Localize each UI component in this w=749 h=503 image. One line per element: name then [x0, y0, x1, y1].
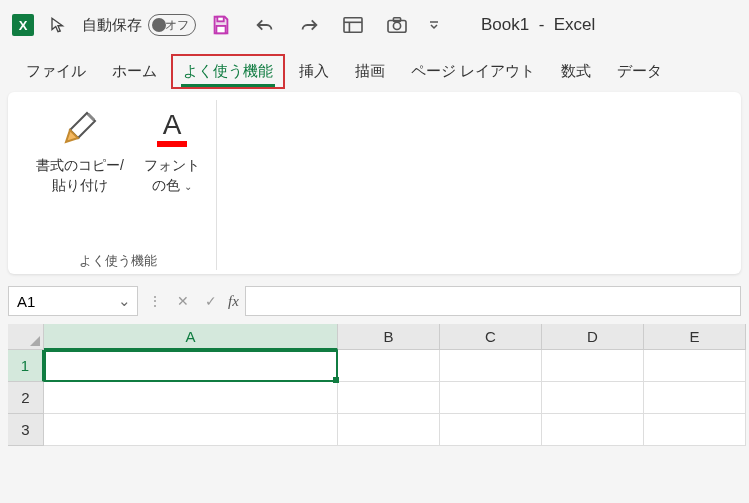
select-all-corner[interactable] [8, 324, 44, 350]
tab-page-layout[interactable]: ページ レイアウト [399, 54, 547, 89]
cell-d3[interactable] [542, 414, 644, 446]
cell-d1[interactable] [542, 350, 644, 382]
cell-a1[interactable] [44, 350, 338, 382]
tab-file[interactable]: ファイル [14, 54, 98, 89]
tab-frequent[interactable]: よく使う機能 [171, 54, 285, 89]
tab-draw[interactable]: 描画 [343, 54, 397, 89]
autosave-toggle[interactable]: 自動保存 オフ [82, 14, 196, 36]
col-header-d[interactable]: D [542, 324, 644, 350]
font-color-icon: A [148, 104, 196, 152]
window-title: Book1 - Excel [481, 15, 595, 35]
font-color-button[interactable]: A フォントの色⌄ [136, 100, 208, 199]
cell-d2[interactable] [542, 382, 644, 414]
chevron-down-icon: ⌄ [184, 181, 192, 192]
ribbon-tabs: ファイル ホーム よく使う機能 挿入 描画 ページ レイアウト 数式 データ [0, 50, 749, 92]
col-header-c[interactable]: C [440, 324, 542, 350]
cell-e1[interactable] [644, 350, 746, 382]
row-header-1[interactable]: 1 [8, 350, 44, 382]
cell-b1[interactable] [338, 350, 440, 382]
svg-rect-2 [344, 18, 362, 32]
ribbon: 書式のコピー/貼り付け A フォントの色⌄ よく使う機能 [8, 92, 741, 274]
tab-home[interactable]: ホーム [100, 54, 169, 89]
format-painter-label: 書式のコピー/貼り付け [36, 156, 124, 195]
qat-customize-chevron[interactable] [418, 9, 450, 41]
ribbon-group-frequent: 書式のコピー/貼り付け A フォントの色⌄ よく使う機能 [20, 100, 217, 270]
svg-text:A: A [163, 109, 182, 140]
cell-b3[interactable] [338, 414, 440, 446]
fx-icon[interactable]: fx [228, 293, 239, 310]
cell-c3[interactable] [440, 414, 542, 446]
formula-input[interactable] [245, 286, 741, 316]
tab-formulas[interactable]: 数式 [549, 54, 603, 89]
cell-e3[interactable] [644, 414, 746, 446]
excel-app-icon [12, 14, 34, 36]
chevron-down-icon[interactable]: ⌄ [118, 292, 131, 310]
col-header-e[interactable]: E [644, 324, 746, 350]
tab-data[interactable]: データ [605, 54, 674, 89]
font-color-label: フォントの色⌄ [144, 156, 200, 195]
cell-e2[interactable] [644, 382, 746, 414]
toggle-knob [152, 18, 166, 32]
cell-b2[interactable] [338, 382, 440, 414]
svg-rect-0 [217, 17, 223, 22]
cancel-icon[interactable]: ✕ [172, 290, 194, 312]
toggle-state: オフ [165, 17, 189, 34]
cell-c2[interactable] [440, 382, 542, 414]
name-box-value: A1 [17, 293, 35, 310]
ribbon-group-label: よく使う機能 [79, 246, 157, 270]
col-header-a[interactable]: A [44, 324, 338, 350]
form-icon[interactable] [337, 9, 369, 41]
cursor-icon [48, 15, 68, 35]
svg-rect-7 [393, 18, 400, 22]
toggle-switch[interactable]: オフ [148, 14, 196, 36]
row-header-2[interactable]: 2 [8, 382, 44, 414]
cell-a3[interactable] [44, 414, 338, 446]
cell-c1[interactable] [440, 350, 542, 382]
name-box[interactable]: A1 ⌄ [8, 286, 138, 316]
paintbrush-icon [56, 104, 104, 152]
camera-icon[interactable] [381, 9, 413, 41]
save-button[interactable] [205, 9, 237, 41]
svg-rect-1 [216, 26, 225, 33]
spreadsheet-grid: A B C D E 1 2 3 [8, 324, 749, 446]
cell-a2[interactable] [44, 382, 338, 414]
col-header-b[interactable]: B [338, 324, 440, 350]
autosave-label: 自動保存 [82, 16, 142, 35]
svg-point-6 [393, 22, 400, 29]
enter-icon[interactable]: ✓ [200, 290, 222, 312]
undo-button[interactable] [249, 9, 281, 41]
row-header-3[interactable]: 3 [8, 414, 44, 446]
format-painter-button[interactable]: 書式のコピー/貼り付け [28, 100, 132, 199]
redo-button[interactable] [293, 9, 325, 41]
more-icon[interactable]: ⋮ [144, 290, 166, 312]
tab-insert[interactable]: 挿入 [287, 54, 341, 89]
